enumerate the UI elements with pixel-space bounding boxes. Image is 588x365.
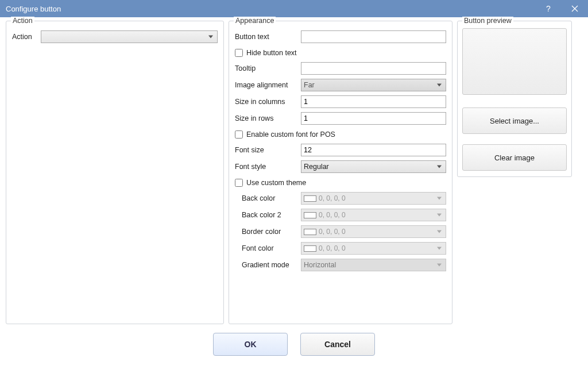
size-cols-input[interactable]	[301, 95, 446, 108]
action-select[interactable]	[41, 30, 218, 43]
ok-button[interactable]: OK	[213, 333, 288, 356]
image-alignment-label: Image alignment	[235, 81, 301, 89]
font-size-label: Font size	[235, 146, 301, 154]
color-swatch-icon	[304, 212, 316, 218]
image-alignment-select[interactable]: Far	[301, 79, 446, 91]
tooltip-label: Tooltip	[235, 64, 301, 72]
enable-custom-font-checkbox[interactable]	[235, 130, 243, 139]
hide-button-text-label: Hide button text	[246, 49, 297, 57]
color-swatch-icon	[304, 195, 316, 202]
help-button[interactable]: ?	[535, 0, 562, 17]
tooltip-input[interactable]	[301, 62, 446, 75]
border-color-select: 0, 0, 0, 0	[301, 225, 446, 238]
size-cols-label: Size in columns	[235, 98, 301, 106]
font-style-label: Font style	[235, 163, 301, 171]
action-label: Action	[12, 33, 41, 41]
back-color2-select: 0, 0, 0, 0	[301, 209, 446, 221]
font-color-label: Font color	[235, 244, 301, 252]
font-size-input[interactable]	[301, 144, 446, 156]
dialog-footer: OK Cancel	[6, 324, 582, 364]
gradient-mode-select: Horizontal	[301, 259, 446, 271]
clear-image-button[interactable]: Clear image	[462, 144, 567, 171]
appearance-group: Appearance Button text Hide button text …	[229, 21, 452, 324]
color-swatch-icon	[304, 229, 316, 235]
border-color-label: Border color	[235, 228, 301, 236]
button-text-input[interactable]	[301, 30, 446, 43]
action-group: Action Action	[6, 21, 224, 324]
back-color2-label: Back color 2	[235, 211, 301, 219]
button-preview-group: Button preview Select image... Clear ima…	[457, 21, 572, 177]
back-color-select: 0, 0, 0, 0	[301, 192, 446, 205]
appearance-legend: Appearance	[234, 17, 276, 25]
window-title: Configure button	[6, 5, 535, 13]
titlebar: Configure button ?	[0, 0, 588, 17]
close-button[interactable]	[562, 0, 588, 17]
use-custom-theme-label: Use custom theme	[246, 179, 306, 187]
close-icon	[571, 5, 578, 12]
back-color-label: Back color	[235, 194, 301, 202]
preview-legend: Button preview	[462, 17, 513, 25]
cancel-button[interactable]: Cancel	[300, 333, 375, 356]
hide-button-text-checkbox[interactable]	[235, 49, 243, 57]
button-text-label: Button text	[235, 33, 301, 41]
font-style-select[interactable]: Regular	[301, 160, 446, 173]
gradient-mode-label: Gradient mode	[235, 261, 301, 269]
use-custom-theme-checkbox[interactable]	[235, 179, 243, 187]
select-image-button[interactable]: Select image...	[462, 107, 567, 134]
size-rows-input[interactable]	[301, 112, 446, 125]
action-legend: Action	[11, 17, 34, 25]
size-rows-label: Size in rows	[235, 114, 301, 122]
color-swatch-icon	[304, 245, 316, 252]
enable-custom-font-label: Enable custom font for POS	[246, 130, 335, 139]
font-color-select: 0, 0, 0, 0	[301, 242, 446, 255]
preview-canvas	[462, 28, 567, 95]
